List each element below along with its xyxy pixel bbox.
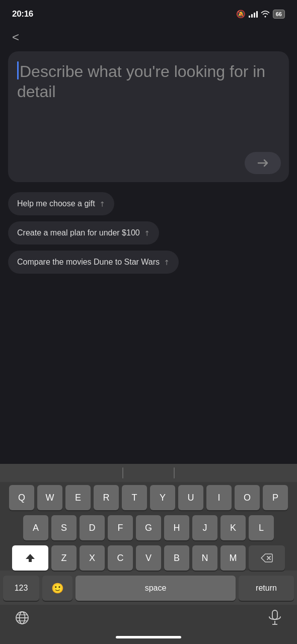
suggestion-text-3: Compare the movies Dune to Star Wars xyxy=(17,258,160,267)
suggestion-arrow-2: ↗ xyxy=(142,228,152,238)
return-key[interactable]: return xyxy=(239,576,294,601)
key-row-2: A S D F G H J K L xyxy=(3,515,294,540)
key-W[interactable]: W xyxy=(37,485,62,510)
suggestion-arrow-3: ↗ xyxy=(162,257,172,267)
key-K[interactable]: K xyxy=(220,515,246,540)
home-indicator xyxy=(116,636,181,638)
key-T[interactable]: T xyxy=(122,485,147,510)
back-button[interactable]: < xyxy=(12,30,19,44)
svg-rect-5 xyxy=(272,610,277,619)
key-B[interactable]: B xyxy=(164,545,189,571)
key-D[interactable]: D xyxy=(80,515,105,540)
send-button[interactable] xyxy=(245,152,281,174)
suggestion-text-1: Help me choose a gift xyxy=(17,199,95,208)
status-time: 20:16 xyxy=(12,9,33,19)
key-J[interactable]: J xyxy=(192,515,217,540)
keyboard-bottom-row: 123 🙂 space return xyxy=(0,576,297,601)
keyboard-extras xyxy=(0,605,297,630)
key-L[interactable]: L xyxy=(249,515,274,540)
key-Z[interactable]: Z xyxy=(51,545,77,571)
suggestion-text-2: Create a meal plan for under $100 xyxy=(17,228,140,237)
key-row-1: Q W E R T Y U I O P xyxy=(3,485,294,510)
key-O[interactable]: O xyxy=(235,485,260,510)
keyboard: Q W E R T Y U I O P A S D F G H J K L xyxy=(0,464,297,644)
key-P[interactable]: P xyxy=(263,485,288,510)
key-U[interactable]: U xyxy=(178,485,203,510)
suggestion-chip-1[interactable]: Help me choose a gift ↗ xyxy=(8,192,114,215)
search-input-area[interactable]: Describe what you're looking for in deta… xyxy=(8,51,289,182)
key-Y[interactable]: Y xyxy=(150,485,175,510)
key-R[interactable]: R xyxy=(94,485,119,510)
key-M[interactable]: M xyxy=(220,545,246,571)
microphone-icon[interactable] xyxy=(268,610,282,626)
status-bar: 20:16 🔕 66 xyxy=(0,0,297,26)
key-S[interactable]: S xyxy=(51,515,77,540)
globe-icon[interactable] xyxy=(15,611,29,625)
key-X[interactable]: X xyxy=(80,545,105,571)
wifi-icon xyxy=(261,11,270,18)
numeric-key[interactable]: 123 xyxy=(3,576,39,601)
suggestion-chip-3[interactable]: Compare the movies Dune to Star Wars ↗ xyxy=(8,251,179,274)
key-V[interactable]: V xyxy=(136,545,161,571)
keyboard-handle xyxy=(0,464,297,482)
emoji-key[interactable]: 🙂 xyxy=(42,576,72,601)
signal-icon xyxy=(249,11,258,18)
status-icons: 🔕 66 xyxy=(236,10,285,19)
handle-line-right xyxy=(174,467,175,478)
space-key[interactable]: space xyxy=(76,576,236,601)
shift-icon xyxy=(25,552,36,564)
key-Q[interactable]: Q xyxy=(9,485,34,510)
key-I[interactable]: I xyxy=(206,485,232,510)
key-N[interactable]: N xyxy=(192,545,217,571)
handle-line-left xyxy=(122,467,123,478)
key-row-3: Z X C V B N M xyxy=(3,545,294,571)
backspace-key[interactable] xyxy=(249,545,285,571)
input-placeholder: Describe what you're looking for in deta… xyxy=(17,62,265,101)
battery-indicator: 66 xyxy=(273,10,285,19)
text-cursor: Describe what you're looking for in deta… xyxy=(17,61,280,102)
suggestion-chips: Help me choose a gift ↗ Create a meal pl… xyxy=(8,192,289,274)
key-E[interactable]: E xyxy=(65,485,91,510)
suggestion-arrow-1: ↗ xyxy=(97,199,107,209)
key-F[interactable]: F xyxy=(108,515,133,540)
silent-icon: 🔕 xyxy=(236,10,246,19)
backspace-icon xyxy=(261,553,273,562)
keyboard-rows: Q W E R T Y U I O P A S D F G H J K L xyxy=(0,482,297,571)
key-C[interactable]: C xyxy=(108,545,133,571)
key-H[interactable]: H xyxy=(164,515,189,540)
key-G[interactable]: G xyxy=(136,515,161,540)
shift-key[interactable] xyxy=(12,545,48,571)
key-A[interactable]: A xyxy=(23,515,48,540)
send-icon xyxy=(257,158,268,168)
cursor-indicator xyxy=(17,61,19,79)
nav-back-area: < xyxy=(0,26,297,46)
suggestion-chip-2[interactable]: Create a meal plan for under $100 ↗ xyxy=(8,221,159,245)
